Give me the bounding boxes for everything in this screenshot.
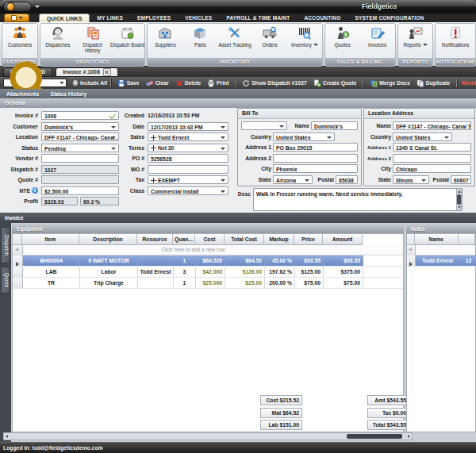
column-header-price[interactable]: Price xyxy=(294,234,323,245)
cell-amount[interactable]: $375.00 xyxy=(324,267,363,277)
create-quote-button[interactable]: Create Quote xyxy=(313,79,357,87)
cell-resource[interactable] xyxy=(138,278,174,288)
cell-quantity[interactable]: 1 xyxy=(174,278,196,288)
notes-cell-date[interactable]: 12 xyxy=(460,255,476,266)
grid-add-row[interactable]: ✳ Click here to add a new row xyxy=(13,245,403,255)
receive-button[interactable]: Receive xyxy=(462,80,476,86)
class-dropdown[interactable]: Commercial Install xyxy=(148,186,228,195)
cell-total-cost[interactable]: $126.00 xyxy=(225,267,265,277)
cell-resource[interactable] xyxy=(138,255,174,266)
po-number-field[interactable]: 5256528 xyxy=(148,154,228,163)
cell-item[interactable]: LAB xyxy=(23,267,80,277)
parts-button[interactable]: Parts xyxy=(182,24,217,58)
wo-number-field[interactable] xyxy=(148,165,228,174)
invoices-button[interactable]: Invoices xyxy=(360,24,395,58)
general-section-header[interactable]: General xyxy=(0,98,476,108)
asset-tracking-button[interactable]: Asset Tracking xyxy=(217,24,252,58)
cell-cost[interactable]: $64.520 xyxy=(196,255,225,266)
application-menu-button[interactable] xyxy=(4,13,29,22)
cell-markup[interactable]: 197.62 % xyxy=(265,267,295,277)
cell-cost[interactable]: $25.000 xyxy=(196,278,225,288)
cell-amount[interactable]: $75.00 xyxy=(324,278,363,288)
column-header-resource[interactable]: Resource xyxy=(137,234,173,245)
notes-cell-name[interactable]: Todd Ernest xyxy=(416,255,460,266)
location-address1-field[interactable]: 1340 S Canal St. xyxy=(393,143,471,152)
notes-column-date[interactable] xyxy=(459,234,475,245)
delete-button[interactable]: Delete xyxy=(175,79,201,87)
column-header-markup[interactable]: Markup xyxy=(264,234,294,245)
ribbon-tab-employees[interactable]: EMPLOYEES xyxy=(130,13,178,22)
scrollbar-thumb[interactable] xyxy=(347,434,402,439)
quotes-button[interactable]: $ Quotes xyxy=(325,24,360,58)
quick-access-toolbar[interactable] xyxy=(3,2,32,12)
add-row-text[interactable]: Click here to add a new row xyxy=(23,245,363,255)
invoice-section-header[interactable]: Invoice xyxy=(0,213,476,223)
cell-cost[interactable]: $42.000 xyxy=(196,267,225,277)
bill-to-country-dropdown[interactable]: United States xyxy=(273,132,335,141)
tax-dropdown[interactable]: EXEMPT xyxy=(148,175,228,184)
cell-price[interactable]: $93.55 xyxy=(295,255,324,266)
add-icon[interactable] xyxy=(151,178,156,183)
bill-to-postal-field[interactable]: 85038 xyxy=(336,175,358,184)
status-dropdown[interactable]: Pending xyxy=(41,144,119,152)
clear-button[interactable]: Clear xyxy=(146,79,169,87)
suppliers-button[interactable]: Suppliers xyxy=(148,24,182,58)
bill-to-name-field[interactable]: Dominick's xyxy=(311,121,358,130)
horizontal-scrollbar[interactable] xyxy=(3,432,413,440)
notes-column-name[interactable]: Name xyxy=(415,234,459,245)
cell-markup[interactable]: 45.00 % xyxy=(265,255,295,266)
column-header-cost[interactable]: Cost xyxy=(195,234,225,245)
scroll-up-icon[interactable] xyxy=(458,190,461,193)
cell-markup[interactable]: 200.00 % xyxy=(265,278,295,288)
notes-row[interactable]: Todd Ernest 12 xyxy=(407,255,475,267)
bill-to-city-field[interactable]: Phoenix xyxy=(273,164,358,173)
ribbon-tab-vehicles[interactable]: VEHICLES xyxy=(178,13,219,22)
cell-amount[interactable]: $93.55 xyxy=(324,255,363,266)
include-all-radio[interactable] xyxy=(73,80,78,86)
reports-button[interactable]: Reports xyxy=(398,24,433,58)
scroll-down-icon[interactable] xyxy=(458,206,461,209)
add-icon[interactable] xyxy=(151,135,156,140)
scroll-left-icon[interactable] xyxy=(6,435,8,438)
close-tab-icon[interactable] xyxy=(103,68,111,76)
merge-docs-button[interactable]: Merge Docs xyxy=(370,79,410,87)
customers-button[interactable]: Customers xyxy=(2,24,37,58)
add-icon[interactable] xyxy=(151,145,156,151)
column-header-amount[interactable]: Amount xyxy=(323,234,363,245)
tab-invoice-1008[interactable]: Invoice #:1008 xyxy=(56,67,117,77)
show-dispatch-button[interactable]: Show Dispatch #1027 xyxy=(242,79,307,87)
cell-item[interactable]: BH00004 xyxy=(23,255,80,266)
print-button[interactable]: Print xyxy=(207,79,228,87)
cell-total-cost[interactable]: $64.52 xyxy=(225,255,265,266)
ribbon-tab-payroll[interactable]: PAYROLL & TIME MAINT xyxy=(219,13,297,22)
cell-price[interactable]: $75.00 xyxy=(295,278,324,288)
bill-to-address1-field[interactable]: PO Box 29015 xyxy=(273,143,358,152)
cell-description[interactable]: 9 WATT MOTOR xyxy=(80,255,138,266)
dispatch-board-button[interactable]: Dispatch Board xyxy=(110,24,145,58)
column-header-quantity[interactable]: Quan... xyxy=(173,234,195,245)
date-dropdown[interactable]: 12/17/2013 10:43 PM xyxy=(148,122,228,131)
attachments-link[interactable]: Attachments xyxy=(6,91,39,97)
vendor-number-field[interactable] xyxy=(41,154,119,163)
ribbon-tab-system-configuration[interactable]: SYSTEM CONFIGURATION xyxy=(348,13,432,22)
table-row[interactable]: LAB Labor Todd Ernest 3 $42.000 $126.00 … xyxy=(13,267,403,278)
location-dropdown[interactable]: DFF #1147 - Chicago- Cana... xyxy=(41,132,119,141)
nte-field[interactable]: $2,500.00 xyxy=(41,186,119,195)
scroll-right-icon[interactable] xyxy=(408,435,410,438)
sales-dropdown[interactable]: Todd Ernest xyxy=(148,132,228,141)
save-button[interactable]: Save xyxy=(117,79,140,87)
description-field[interactable]: Walk In Freezer running warm. Need servi… xyxy=(253,188,463,211)
table-row[interactable]: BH00004 9 WATT MOTOR 1 $64.520 $64.52 45… xyxy=(13,255,403,267)
notes-add-row[interactable]: ✳ xyxy=(407,245,475,255)
dispatches-button[interactable]: Dispatches xyxy=(40,24,75,58)
terms-dropdown[interactable]: Net 30 xyxy=(148,144,228,152)
bill-to-address2-field[interactable] xyxy=(273,154,358,163)
location-address2-field[interactable] xyxy=(393,154,471,163)
customer-dropdown[interactable]: Dominick's xyxy=(41,122,119,131)
bill-to-select-dropdown[interactable] xyxy=(241,121,287,130)
invoice-search-combobox[interactable]: 1008 xyxy=(3,79,67,87)
cell-total-cost[interactable]: $25.00 xyxy=(225,278,265,288)
cell-quantity[interactable]: 1 xyxy=(174,255,196,266)
dispatch-history-button[interactable]: Dispatch History xyxy=(75,24,110,58)
invoice-number-field[interactable]: 1008 xyxy=(41,111,119,120)
